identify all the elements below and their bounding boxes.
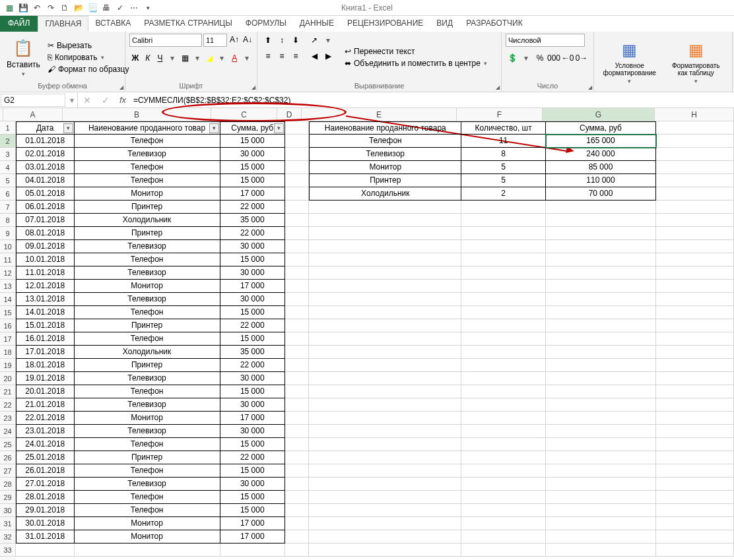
cell[interactable]: 30 000 — [220, 372, 285, 385]
cell[interactable]: 165 000 — [546, 135, 656, 148]
row-header-19[interactable]: 19 — [0, 359, 16, 372]
cell[interactable] — [220, 544, 285, 557]
col-header-D[interactable]: D — [277, 108, 302, 121]
cell[interactable]: 15 000 — [220, 491, 285, 504]
cell[interactable]: 15 000 — [220, 464, 285, 478]
cell[interactable] — [656, 451, 734, 464]
row-header-1[interactable]: 1 — [0, 121, 16, 135]
cell[interactable]: Телефон — [309, 135, 461, 148]
save-icon[interactable]: 💾 — [17, 1, 30, 15]
cell[interactable]: Монитор — [75, 187, 220, 201]
cell[interactable]: 15 000 — [220, 306, 285, 319]
cell[interactable]: 5 — [461, 174, 546, 187]
cell[interactable] — [309, 266, 461, 280]
percent-icon[interactable]: % — [533, 51, 547, 65]
cell[interactable] — [546, 438, 656, 451]
cell[interactable] — [546, 425, 656, 438]
comma-icon[interactable]: 000 — [547, 51, 560, 65]
cell[interactable]: 21.01.2018 — [16, 398, 75, 412]
decrease-decimal-icon[interactable]: 0→ — [575, 51, 588, 65]
decrease-font-icon[interactable]: A↓ — [242, 34, 253, 47]
cell[interactable] — [656, 385, 734, 398]
row-header-29[interactable]: 29 — [0, 491, 16, 504]
orientation-icon[interactable]: ↗ — [308, 34, 321, 47]
cell[interactable] — [285, 319, 309, 332]
cell[interactable]: Телефон — [75, 332, 220, 346]
row-header-30[interactable]: 30 — [0, 504, 16, 517]
cell[interactable] — [309, 319, 461, 332]
filter-arrow-icon[interactable]: ▾ — [63, 123, 73, 133]
cell[interactable]: Телефон — [75, 438, 220, 451]
tab-layout[interactable]: РАЗМЕТКА СТРАНИЦЫ — [137, 16, 239, 32]
col-header-F[interactable]: F — [457, 108, 543, 121]
formula-input[interactable]: =СУММЕСЛИ($B$2:$B$32;E2;$C$2:$C$32) — [131, 94, 734, 106]
col-header-H[interactable]: H — [655, 108, 734, 121]
cell[interactable]: Сумма, руб▾ — [220, 121, 285, 135]
cell[interactable]: Дата▾ — [16, 121, 75, 135]
cell[interactable]: Принтер — [75, 319, 220, 332]
row-header-14[interactable]: 14 — [0, 293, 16, 306]
cell[interactable] — [656, 544, 734, 557]
cell[interactable] — [461, 530, 546, 544]
cell[interactable] — [285, 135, 309, 148]
cell[interactable] — [285, 227, 309, 240]
underline-button[interactable]: Ч — [154, 51, 166, 65]
row-header-25[interactable]: 25 — [0, 438, 16, 451]
cell[interactable] — [285, 293, 309, 306]
cell[interactable]: 30.01.2018 — [16, 517, 75, 530]
cell[interactable]: 25.01.2018 — [16, 451, 75, 464]
cell[interactable] — [309, 478, 461, 491]
tab-developer[interactable]: РАЗРАБОТЧИК — [459, 16, 529, 32]
name-box-dropdown[interactable]: ▾ — [66, 93, 78, 108]
cell[interactable]: 18.01.2018 — [16, 359, 75, 372]
cell[interactable] — [461, 385, 546, 398]
cell[interactable]: Телефон — [75, 161, 220, 174]
cell[interactable] — [461, 438, 546, 451]
cell[interactable] — [656, 240, 734, 253]
cell[interactable] — [546, 451, 656, 464]
tab-home[interactable]: ГЛАВНАЯ — [38, 16, 88, 32]
cell[interactable]: Наиенование проданного товара — [309, 121, 461, 135]
cell[interactable] — [309, 372, 461, 385]
cell[interactable]: 15.01.2018 — [16, 319, 75, 332]
cell[interactable] — [461, 412, 546, 425]
cell[interactable]: Монитор — [75, 517, 220, 530]
cell[interactable] — [461, 491, 546, 504]
cell[interactable]: Сумма, руб — [546, 121, 656, 135]
cell[interactable] — [285, 280, 309, 293]
cell[interactable] — [461, 293, 546, 306]
tab-formulas[interactable]: ФОРМУЛЫ — [239, 16, 293, 32]
cell[interactable] — [546, 240, 656, 253]
font-color-button[interactable]: А — [228, 51, 240, 65]
cell[interactable] — [285, 201, 309, 214]
cell[interactable]: 13.01.2018 — [16, 293, 75, 306]
cell[interactable]: 35 000 — [220, 214, 285, 227]
cell[interactable]: 16.01.2018 — [16, 332, 75, 346]
row-header-6[interactable]: 6 — [0, 187, 16, 201]
bold-button[interactable]: Ж — [129, 51, 141, 65]
cell[interactable]: 28.01.2018 — [16, 491, 75, 504]
cell[interactable]: 17.01.2018 — [16, 346, 75, 359]
cell[interactable] — [656, 227, 734, 240]
cell[interactable]: 17 000 — [220, 412, 285, 425]
cell[interactable]: Телевизор — [75, 372, 220, 385]
cell[interactable] — [285, 359, 309, 372]
cell[interactable] — [461, 478, 546, 491]
cell[interactable] — [285, 332, 309, 346]
cell[interactable] — [656, 201, 734, 214]
col-header-B[interactable]: B — [63, 108, 211, 121]
row-header-10[interactable]: 10 — [0, 240, 16, 253]
cell[interactable] — [546, 491, 656, 504]
copy-button[interactable]: ⎘Копировать▾ — [46, 52, 131, 63]
cell[interactable]: Количество, шт — [461, 121, 546, 135]
format-table-button[interactable]: ▦ Форматировать как таблицу▾ — [664, 34, 729, 90]
cell[interactable] — [546, 412, 656, 425]
cell[interactable] — [546, 253, 656, 266]
cell[interactable] — [309, 306, 461, 319]
cell[interactable]: 30 000 — [220, 398, 285, 412]
cell[interactable] — [309, 346, 461, 359]
cell[interactable]: 22 000 — [220, 201, 285, 214]
align-center-icon[interactable]: ≡ — [275, 49, 288, 63]
cell[interactable] — [285, 306, 309, 319]
cell[interactable] — [461, 425, 546, 438]
